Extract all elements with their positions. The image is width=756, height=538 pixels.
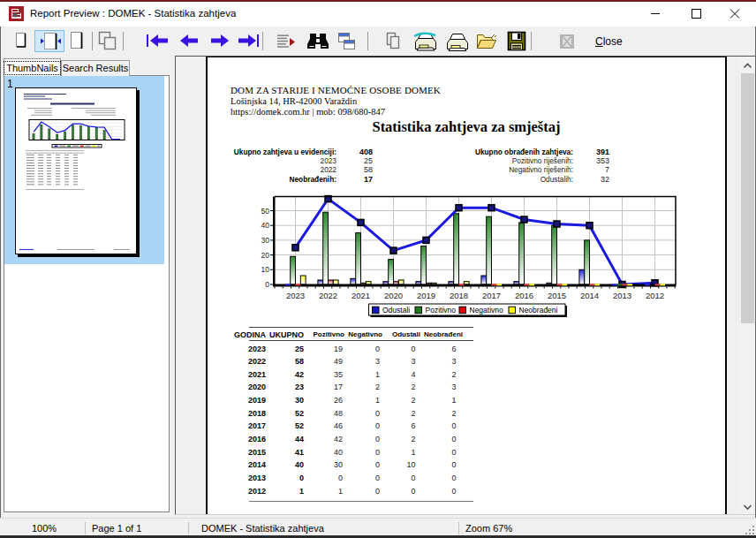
svg-text:2018: 2018: [450, 291, 468, 300]
svg-text:2017: 2017: [482, 291, 501, 300]
svg-text:30: 30: [261, 236, 270, 245]
svg-text:2023: 2023: [286, 291, 305, 300]
svg-text:2020: 2020: [384, 291, 403, 300]
svg-text:2022: 2022: [319, 291, 337, 300]
svg-text:50: 50: [261, 207, 270, 216]
svg-text:0: 0: [265, 280, 269, 289]
svg-text:40: 40: [261, 221, 270, 230]
svg-text:Pozitivno: Pozitivno: [426, 306, 457, 314]
svg-text:2014: 2014: [580, 291, 599, 300]
svg-text:Neobrađeni: Neobrađeni: [519, 306, 558, 314]
svg-text:2012: 2012: [646, 291, 664, 300]
svg-text:2021: 2021: [352, 291, 370, 300]
svg-text:Negativno: Negativno: [470, 306, 504, 314]
svg-text:20: 20: [261, 251, 270, 260]
svg-text:2013: 2013: [613, 291, 631, 300]
svg-text:Odustali: Odustali: [382, 306, 410, 314]
svg-text:2016: 2016: [515, 291, 533, 300]
svg-text:2019: 2019: [417, 291, 435, 300]
svg-text:2015: 2015: [548, 291, 566, 300]
svg-text:10: 10: [261, 265, 270, 274]
